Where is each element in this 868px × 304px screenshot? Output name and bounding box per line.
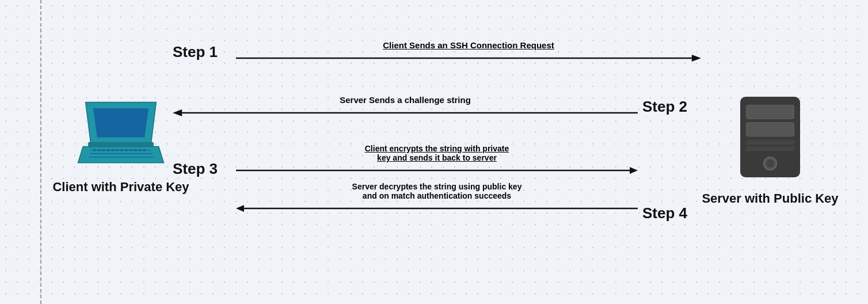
svg-rect-7	[98, 149, 101, 151]
svg-rect-12	[120, 149, 123, 151]
step3-text-line1: Client encrypts the string with private	[365, 144, 509, 153]
laptop-icon	[69, 92, 173, 173]
left-dashed-line	[40, 0, 41, 304]
svg-rect-15	[134, 149, 137, 151]
svg-rect-17	[143, 149, 146, 151]
svg-rect-10	[111, 149, 114, 151]
step3-arrow-top	[236, 165, 638, 176]
svg-rect-22	[746, 140, 794, 145]
svg-rect-8	[102, 149, 105, 151]
step1-arrow	[236, 52, 701, 64]
steps-area: Step 1 Client Sends an SSH Connection Re…	[173, 23, 701, 282]
step3-text-line2: key and sends it back to server	[377, 153, 497, 162]
step1-label: Step 1	[173, 43, 236, 61]
step4-arrow	[236, 203, 638, 214]
step3-label: Step 3	[173, 160, 236, 178]
svg-rect-21	[746, 123, 794, 136]
svg-marker-2	[78, 147, 164, 163]
svg-marker-29	[173, 109, 182, 116]
step2-arrow	[173, 107, 638, 119]
svg-rect-6	[93, 149, 96, 151]
svg-rect-14	[130, 149, 132, 151]
svg-marker-31	[630, 167, 638, 174]
step2-row: Server Sends a challenge string Step 2	[173, 95, 701, 119]
svg-point-25	[766, 159, 774, 168]
svg-rect-23	[746, 146, 794, 151]
svg-rect-16	[139, 149, 142, 151]
step2-text: Server Sends a challenge string	[340, 95, 471, 105]
step3-row: Step 3 Client encrypts the string with p…	[173, 144, 701, 222]
svg-rect-13	[125, 149, 128, 151]
step1-row: Step 1 Client Sends an SSH Connection Re…	[173, 40, 701, 64]
svg-rect-11	[116, 149, 119, 151]
svg-marker-33	[236, 205, 244, 212]
svg-marker-27	[692, 55, 701, 62]
svg-rect-20	[746, 105, 794, 119]
svg-rect-9	[107, 149, 110, 151]
server-area: Server with Public Key	[701, 92, 839, 206]
step2-label: Step 2	[638, 98, 701, 116]
svg-marker-1	[93, 108, 149, 138]
step3-sub-text-line1: Server decryptes the string using public…	[352, 182, 522, 191]
server-label: Server with Public Key	[701, 191, 839, 206]
step4-label: Step 4	[638, 204, 701, 222]
diagram-container: Client with Private Key Server with Publ…	[0, 0, 868, 304]
svg-rect-18	[88, 142, 154, 147]
step1-text: Client Sends an SSH Connection Request	[383, 40, 554, 50]
server-icon	[724, 92, 816, 184]
step3-sub-text-line2: and on match authentication succeeds	[363, 191, 511, 200]
